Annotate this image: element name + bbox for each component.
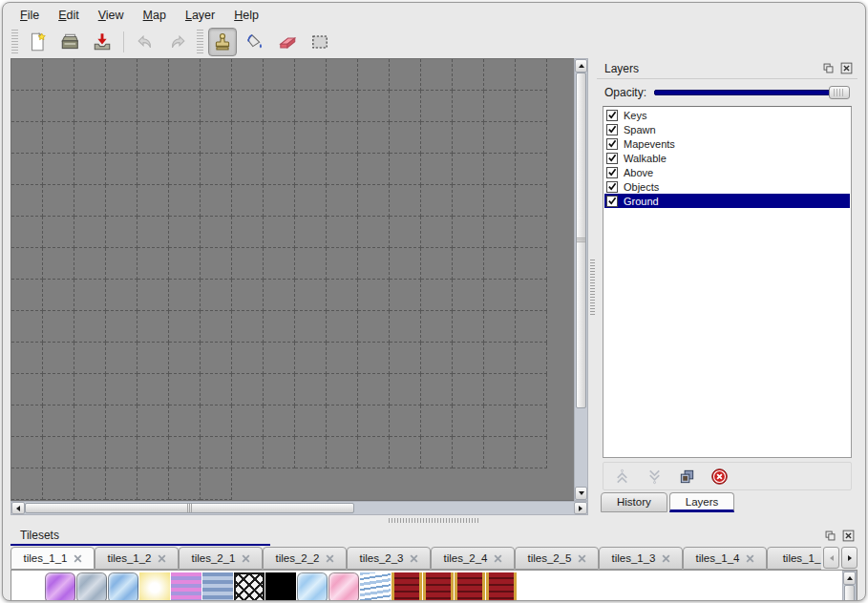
tile-0-15[interactable] [486, 572, 517, 601]
opacity-slider-track[interactable] [654, 90, 848, 95]
tile-0-11[interactable] [360, 572, 391, 601]
tile-0-14[interactable] [455, 572, 485, 601]
opacity-slider-handle[interactable] [829, 86, 850, 99]
tab-close-icon[interactable] [494, 554, 502, 563]
tileset-tab-tiles_2_2[interactable]: tiles_2_2 [263, 547, 347, 570]
menu-layer[interactable]: Layer [176, 7, 224, 24]
layer-row-above[interactable]: Above [604, 165, 850, 179]
grid-cell [43, 154, 74, 185]
tab-close-icon[interactable] [410, 554, 418, 563]
tab-scroll-right-button[interactable] [841, 547, 857, 569]
open-button[interactable] [55, 28, 84, 56]
eraser-tool-button[interactable] [273, 28, 302, 56]
menu-help[interactable]: Help [224, 7, 268, 24]
menu-map[interactable]: Map [134, 7, 176, 24]
move-layer-up-button[interactable] [609, 465, 634, 488]
tile-0-13[interactable] [423, 572, 454, 601]
layer-row-spawn[interactable]: Spawn [604, 122, 850, 136]
tileset-tab-tiles_1_[interactable]: tiles_1_ [767, 547, 821, 570]
tab-close-icon[interactable] [242, 554, 250, 563]
undo-button[interactable] [131, 28, 159, 56]
menu-edit[interactable]: Edit [49, 7, 89, 24]
layer-visibility-checkbox[interactable] [606, 124, 618, 135]
new-button[interactable] [23, 28, 52, 56]
scroll-left-button[interactable] [11, 502, 25, 514]
tile-0-7[interactable] [234, 572, 265, 601]
scrollbar-thumb[interactable] [844, 585, 855, 601]
tileset-tab-tiles_2_1[interactable]: tiles_2_1 [179, 547, 263, 570]
float-panel-button[interactable] [823, 529, 837, 543]
canvas-horizontal-scrollbar[interactable] [11, 501, 588, 515]
tileset-tab-tiles_1_3[interactable]: tiles_1_3 [599, 547, 683, 570]
map-canvas[interactable] [11, 58, 574, 501]
layer-row-objects[interactable]: Objects [604, 179, 850, 194]
tileset-tab-tiles_2_4[interactable]: tiles_2_4 [431, 547, 515, 570]
layer-row-ground[interactable]: Ground [604, 194, 850, 208]
tileset-tab-tiles_1_2[interactable]: tiles_1_2 [95, 547, 179, 570]
menu-file[interactable]: File [11, 7, 49, 24]
scrollbar-track[interactable] [575, 73, 587, 487]
tileset-tab-tiles_2_3[interactable]: tiles_2_3 [347, 547, 431, 570]
duplicate-layer-button[interactable] [674, 465, 699, 488]
tab-close-icon[interactable] [74, 554, 82, 563]
float-panel-button[interactable] [821, 61, 836, 75]
tile-0-6[interactable] [202, 572, 233, 601]
tile-0-12[interactable] [392, 572, 422, 601]
tileset-vertical-scrollbar[interactable] [842, 571, 857, 601]
tile-0-3[interactable] [108, 572, 138, 601]
layer-row-walkable[interactable]: Walkable [604, 151, 850, 165]
tile-0-1[interactable] [45, 572, 75, 601]
tile-0-0[interactable] [13, 572, 44, 601]
select-tool-button[interactable] [306, 28, 334, 56]
scroll-right-button[interactable] [574, 502, 587, 514]
close-panel-button[interactable] [841, 529, 856, 543]
layer-visibility-checkbox[interactable] [606, 196, 618, 207]
scroll-up-button[interactable] [575, 59, 587, 73]
layer-row-mapevents[interactable]: Mapevents [604, 136, 850, 151]
vertical-splitter[interactable] [588, 58, 597, 515]
canvas-vertical-scrollbar[interactable] [574, 58, 588, 501]
menu-view[interactable]: View [89, 7, 134, 24]
scroll-down-button[interactable] [575, 487, 587, 500]
tab-history[interactable]: History [601, 492, 667, 512]
tile-0-9[interactable] [297, 572, 328, 601]
grid-cell [138, 311, 169, 343]
tab-scroll-left-button[interactable] [823, 547, 839, 569]
layer-visibility-checkbox[interactable] [606, 110, 618, 121]
scrollbar-track[interactable] [843, 585, 856, 601]
layer-visibility-checkbox[interactable] [606, 167, 618, 178]
redo-button[interactable] [163, 28, 192, 56]
scrollbar-thumb[interactable] [25, 503, 354, 513]
save-button[interactable] [88, 28, 116, 56]
tab-close-icon[interactable] [158, 554, 166, 563]
tile-0-10[interactable] [328, 572, 359, 601]
tab-close-icon[interactable] [662, 554, 670, 563]
tab-close-icon[interactable] [746, 554, 754, 563]
tile-0-2[interactable] [76, 572, 107, 601]
scrollbar-thumb[interactable] [576, 73, 586, 408]
layer-row-keys[interactable]: Keys [604, 108, 850, 122]
stamp-tool-button[interactable] [208, 28, 237, 56]
layer-visibility-checkbox[interactable] [606, 181, 618, 193]
tile-0-4[interactable] [139, 572, 170, 601]
delete-layer-button[interactable] [707, 465, 731, 488]
opacity-slider[interactable] [654, 85, 850, 100]
layer-visibility-checkbox[interactable] [606, 153, 618, 164]
tile-0-5[interactable] [171, 572, 201, 601]
toolbar-drag-handle[interactable] [197, 30, 203, 54]
layer-visibility-checkbox[interactable] [606, 138, 618, 150]
tile-0-8[interactable] [265, 572, 296, 601]
toolbar-drag-handle[interactable] [11, 30, 18, 54]
scroll-up-button[interactable] [843, 572, 856, 585]
tab-layers[interactable]: Layers [669, 492, 735, 512]
tileset-tab-tiles_1_4[interactable]: tiles_1_4 [683, 547, 767, 570]
tileset-tab-tiles_2_5[interactable]: tiles_2_5 [515, 547, 599, 570]
tileset-tab-tiles_1_1[interactable]: tiles_1_1 [11, 547, 95, 570]
move-layer-down-button[interactable] [642, 465, 667, 488]
scrollbar-track[interactable] [25, 502, 574, 514]
fill-tool-button[interactable] [241, 28, 269, 56]
horizontal-splitter[interactable] [3, 515, 865, 525]
tab-close-icon[interactable] [326, 554, 334, 563]
tab-close-icon[interactable] [578, 554, 586, 563]
close-panel-button[interactable] [839, 61, 854, 75]
